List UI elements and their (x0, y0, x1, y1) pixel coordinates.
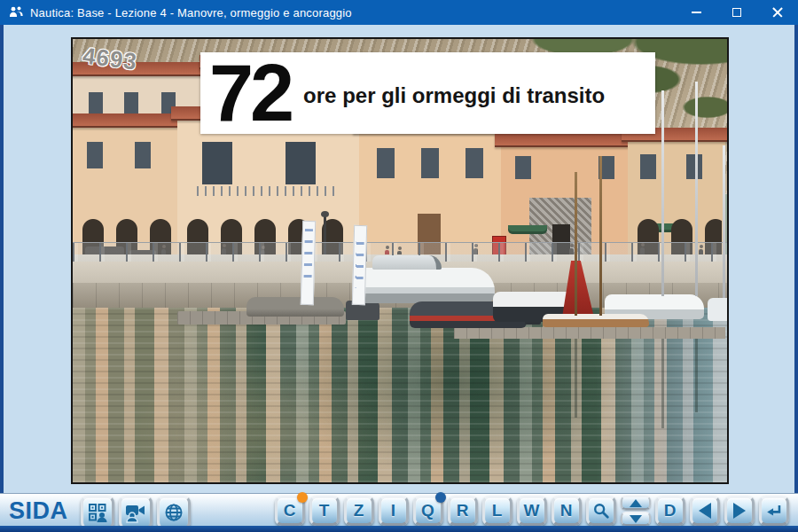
key-button-row: C T Z I Q R L W N (272, 496, 791, 526)
blue-notification-dot (435, 492, 446, 503)
globe-icon (163, 502, 184, 523)
key-l-button[interactable]: L (482, 496, 512, 526)
close-button[interactable] (757, 0, 798, 25)
key-n-button[interactable]: N (552, 496, 582, 526)
key-q-button[interactable]: Q (413, 496, 443, 526)
app-window: Nautica: Base - Lezione 4 - Manovre, orm… (0, 0, 798, 532)
search-button[interactable] (586, 496, 616, 526)
banner-caption: ore per gli ormeggi di transito (303, 83, 605, 108)
scroll-down-icon (630, 515, 642, 523)
banner-flag-art (301, 221, 316, 305)
key-w-button[interactable]: W (517, 496, 547, 526)
bottom-toolbar: SIDA (0, 493, 798, 532)
key-i-button[interactable]: I (379, 496, 409, 526)
next-button[interactable] (724, 496, 755, 526)
previous-icon (699, 503, 711, 519)
orange-notification-dot (297, 492, 308, 503)
titlebar: Nautica: Base - Lezione 4 - Manovre, orm… (0, 0, 798, 25)
maximize-button[interactable] (716, 0, 757, 25)
enter-button[interactable] (759, 496, 789, 526)
scroll-up-button[interactable] (621, 496, 651, 510)
search-icon (591, 501, 611, 520)
banner-number: 72 (209, 55, 291, 131)
globe-button[interactable] (157, 496, 191, 529)
key-z-button[interactable]: Z (344, 496, 374, 526)
harbor-scene: 4693 72 ore per gli ormeggi di transito (73, 39, 727, 482)
scroll-control (621, 496, 651, 526)
slide-banner: 72 ore per gli ormeggi di transito (200, 52, 655, 134)
minimize-icon (692, 12, 701, 13)
close-icon (772, 7, 783, 18)
minimize-button[interactable] (676, 0, 716, 25)
content-area: 4693 72 ore per gli ormeggi di transito (0, 25, 798, 493)
sida-logo: SIDA (9, 496, 68, 526)
previous-button[interactable] (690, 496, 720, 526)
key-c-button[interactable]: C (275, 496, 305, 526)
maximize-icon (732, 8, 741, 17)
window-title: Nautica: Base - Lezione 4 - Manovre, orm… (30, 6, 352, 20)
window-controls (676, 0, 798, 25)
enter-icon (764, 501, 784, 520)
qr-person-icon (87, 502, 108, 523)
key-d-button[interactable]: D (655, 496, 685, 526)
scroll-up-icon (630, 499, 642, 507)
video-camera-icon (124, 502, 147, 523)
video-camera-button[interactable] (119, 496, 153, 529)
scroll-down-button[interactable] (621, 512, 651, 526)
two-people-icon (9, 6, 23, 19)
next-icon (733, 503, 746, 519)
boats-art (246, 297, 344, 317)
key-r-button[interactable]: R (448, 496, 478, 526)
key-t-button[interactable]: T (309, 496, 340, 526)
lesson-photo: 4693 72 ore per gli ormeggi di transito (71, 37, 729, 484)
qr-person-button[interactable] (81, 496, 114, 529)
